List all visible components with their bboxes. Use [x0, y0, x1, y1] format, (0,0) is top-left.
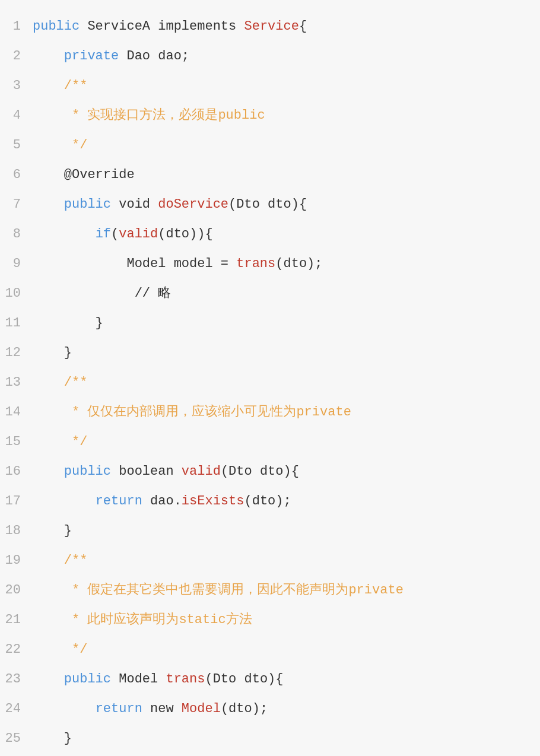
token	[236, 19, 244, 34]
token	[33, 434, 64, 449]
token: /**	[64, 553, 88, 568]
line-number: 10	[0, 280, 33, 307]
token: ServiceA	[80, 19, 158, 34]
token: (dto);	[244, 494, 291, 509]
token: implements	[158, 19, 236, 34]
code-line: 8 if(valid(dto)){	[0, 220, 540, 249]
token: new	[142, 701, 182, 716]
code-line: 11 }	[0, 309, 540, 338]
token: Model	[182, 701, 221, 716]
token: /**	[64, 78, 88, 93]
line-number: 7	[0, 191, 33, 218]
line-content: public boolean valid(Dto dto){	[33, 458, 540, 485]
line-number: 17	[0, 488, 33, 515]
token	[33, 583, 72, 598]
token: Dao dao;	[119, 49, 189, 63]
line-number: 16	[0, 458, 33, 485]
token	[33, 138, 64, 153]
line-number: 21	[0, 606, 33, 634]
line-number: 24	[0, 695, 33, 723]
token: (Dto dto){	[221, 464, 299, 479]
token: dao.	[142, 494, 182, 509]
line-content: /**	[33, 72, 540, 100]
token: if	[96, 227, 111, 242]
token	[33, 375, 64, 390]
token: {	[299, 19, 307, 34]
token	[33, 197, 64, 212]
line-content: * 此时应该声明为static方法	[33, 606, 540, 634]
token: trans	[166, 672, 205, 687]
token: /**	[64, 375, 88, 390]
line-content: public void doService(Dto dto){	[33, 191, 540, 218]
token: public	[64, 464, 111, 479]
code-line: 12 }	[0, 338, 540, 368]
line-content: Model model = trans(dto);	[33, 250, 540, 278]
line-content: /**	[33, 547, 540, 574]
line-content: }	[33, 725, 540, 752]
line-content: if(valid(dto)){	[33, 221, 540, 248]
line-number: 1	[0, 13, 33, 40]
line-content: return new Model(dto);	[33, 695, 540, 723]
token	[33, 701, 96, 716]
line-number: 3	[0, 72, 33, 100]
token: * 实现接口方法，必须是	[72, 108, 218, 123]
token: // 略	[33, 286, 171, 301]
code-line: 18 }	[0, 516, 540, 546]
token: private	[296, 405, 351, 420]
line-content: */	[33, 636, 540, 663]
code-line: 23 public Model trans(Dto dto){	[0, 665, 540, 694]
token: (dto)){	[158, 227, 212, 242]
token: public	[64, 197, 111, 212]
code-line: 19 /**	[0, 546, 540, 576]
token: */	[64, 434, 88, 449]
line-content: * 仅仅在内部调用，应该缩小可见性为private	[33, 399, 540, 426]
token: valid	[182, 464, 221, 479]
code-line: 24 return new Model(dto);	[0, 694, 540, 724]
code-line: 7 public void doService(Dto dto){	[0, 190, 540, 220]
token	[33, 464, 64, 479]
line-content: /**	[33, 369, 540, 396]
line-number: 18	[0, 517, 33, 545]
token: void	[111, 197, 158, 212]
token: Model	[111, 672, 166, 687]
token: }	[33, 523, 72, 538]
code-line: 6 @Override	[0, 160, 540, 190]
token	[33, 108, 72, 123]
code-line: 2 private Dao dao;	[0, 42, 540, 71]
token: */	[64, 642, 88, 657]
token	[33, 553, 64, 568]
token	[33, 78, 64, 93]
token: boolean	[111, 464, 182, 479]
token: (dto);	[221, 701, 268, 716]
line-number: 20	[0, 577, 33, 604]
line-content: */	[33, 132, 540, 159]
token: private	[64, 49, 119, 63]
line-number: 2	[0, 43, 33, 70]
code-container: 1public ServiceA implements Service{2 pr…	[0, 0, 540, 756]
token	[33, 642, 64, 657]
line-content: public ServiceA implements Service{	[33, 13, 540, 40]
line-content: // 略	[33, 280, 540, 307]
code-line: 4 * 实现接口方法，必须是public	[0, 101, 540, 131]
line-content: private Dao dao;	[33, 43, 540, 70]
token: (Dto dto){	[205, 672, 283, 687]
token	[33, 672, 64, 687]
token: isExists	[182, 494, 244, 509]
token	[33, 49, 64, 63]
line-number: 25	[0, 725, 33, 752]
line-content: * 实现接口方法，必须是public	[33, 102, 540, 129]
line-number: 11	[0, 310, 33, 337]
token: static	[179, 612, 225, 627]
line-number: 6	[0, 161, 33, 189]
code-line: 25 }	[0, 724, 540, 754]
line-number: 12	[0, 339, 33, 367]
code-line: 9 Model model = trans(dto);	[0, 249, 540, 279]
line-number: 23	[0, 666, 33, 693]
token: * 此时应该声明为	[72, 612, 179, 627]
token: Service	[244, 19, 298, 34]
line-content: }	[33, 310, 540, 337]
line-number: 14	[0, 399, 33, 426]
line-content: */	[33, 428, 540, 456]
line-number: 19	[0, 547, 33, 574]
token: public	[64, 672, 111, 687]
